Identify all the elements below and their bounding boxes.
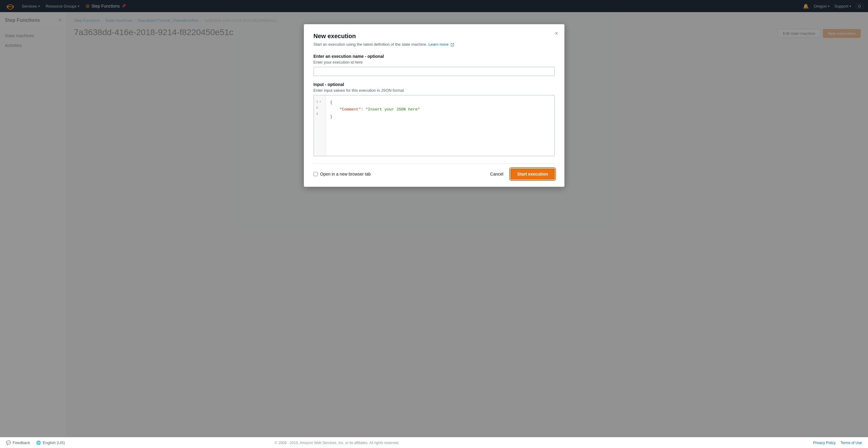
cancel-button[interactable]: Cancel: [487, 170, 507, 178]
line-number-3: 3: [316, 111, 323, 117]
external-link-icon: [451, 43, 454, 46]
modal-close-button[interactable]: ×: [555, 30, 558, 36]
open-new-tab-checkbox-label[interactable]: Open in a new browser tab: [314, 172, 371, 176]
globe-icon: 🌐: [36, 441, 41, 445]
code-line-3: }: [330, 113, 550, 120]
modal-subtitle: Start an execution using the latest defi…: [314, 42, 555, 46]
open-new-tab-checkbox[interactable]: [314, 172, 318, 176]
bottom-bar: 💬 Feedback 🌐 English (US) © 2008 - 2019,…: [0, 437, 868, 448]
learn-more-link[interactable]: Learn more: [428, 42, 454, 46]
modal-title: New execution: [314, 33, 555, 40]
modal-footer-actions: Cancel Start execution: [487, 169, 555, 179]
code-line-1: {: [330, 99, 550, 106]
new-execution-modal: New execution Start an execution using t…: [304, 24, 564, 187]
copyright-text: © 2008 - 2019, Amazon Web Services, Inc.…: [275, 441, 399, 445]
bottom-links: Privacy Policy Terms of Use: [813, 441, 862, 445]
code-line-2: "Comment": "Insert your JSON here": [330, 106, 550, 113]
feedback-button[interactable]: 💬 Feedback: [6, 441, 30, 445]
privacy-policy-link[interactable]: Privacy Policy: [813, 441, 836, 445]
code-editor-inner: 1 ▾ 2 3 { "Comment": "Insert your JSON h…: [314, 95, 554, 156]
execution-name-hint: Enter your execution id here: [314, 60, 555, 65]
input-hint: Enter input values for this execution in…: [314, 88, 555, 93]
execution-name-input[interactable]: [314, 67, 555, 76]
start-execution-button[interactable]: Start execution: [510, 169, 554, 179]
line-numbers: 1 ▾ 2 3: [314, 95, 326, 156]
fold-arrow-1[interactable]: ▾: [319, 99, 321, 105]
feedback-icon: 💬: [6, 441, 11, 445]
language-selector[interactable]: 🌐 English (US): [36, 441, 65, 445]
code-content[interactable]: { "Comment": "Insert your JSON here" }: [326, 95, 554, 156]
code-editor[interactable]: 1 ▾ 2 3 { "Comment": "Insert your JSON h…: [314, 95, 555, 156]
execution-name-section: Enter an execution name - optional Enter…: [314, 54, 555, 76]
execution-name-label: Enter an execution name - optional: [314, 54, 555, 59]
input-label: Input - optional: [314, 82, 555, 87]
input-section: Input - optional Enter input values for …: [314, 82, 555, 156]
modal-footer: Open in a new browser tab Cancel Start e…: [314, 164, 555, 179]
line-number-1: 1 ▾: [316, 99, 323, 105]
modal-overlay: New execution Start an execution using t…: [0, 0, 868, 448]
line-number-2: 2: [316, 105, 323, 111]
terms-of-use-link[interactable]: Terms of Use: [840, 441, 862, 445]
